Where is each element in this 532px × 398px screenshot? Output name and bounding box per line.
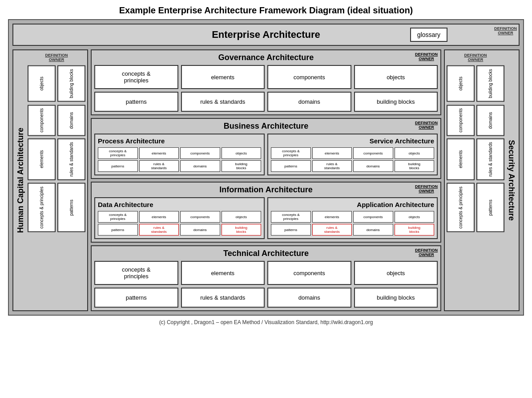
dat-4: patterns	[98, 224, 138, 236]
ea-bar-title: Enterprise Architecture	[212, 29, 320, 41]
right-row-1: objects building blocks	[447, 65, 504, 102]
svc-5: rules &standards	[312, 160, 352, 172]
proc-3: objects	[222, 147, 262, 159]
business-def-owner: DEFINITION OWNER	[415, 121, 438, 130]
app-3: objects	[395, 211, 435, 223]
svc-7: buildingblocks	[395, 160, 435, 172]
left-sidebar-label: Human Capital Architecture	[16, 128, 25, 233]
right-domains: domains	[476, 105, 504, 136]
app-6: domains	[353, 224, 393, 236]
left-domains: domains	[57, 105, 85, 136]
page-title: Example Enterprise Architecture Framewor…	[0, 0, 532, 19]
right-elements: elements	[447, 138, 475, 180]
dat-0: concepts &principles	[98, 211, 138, 223]
left-rules-standards: rules & standards	[57, 138, 85, 180]
svc-0: concepts &principles	[271, 147, 311, 159]
application-grid: concepts &principles elements components…	[271, 211, 434, 236]
left-concepts: concepts & principles	[28, 183, 56, 232]
data-title: Data Architecture	[98, 201, 261, 208]
left-row-2: components domains	[28, 105, 85, 136]
proc-0: concepts &principles	[98, 147, 138, 159]
left-row-1: objects building blocks	[28, 65, 85, 102]
governance-def-owner: DEFINITION OWNER	[415, 52, 438, 61]
right-row-4: concepts & principles patterns	[447, 183, 504, 232]
dat-6: domains	[180, 224, 220, 236]
svc-4: patterns	[271, 160, 311, 172]
app-2: components	[353, 211, 393, 223]
left-components: components	[28, 105, 56, 136]
left-building-blocks: building blocks	[57, 65, 85, 102]
governance-grid: concepts &principles elements components…	[94, 65, 438, 112]
content-area: Human Capital Architecture DEFINITION OW…	[12, 49, 520, 311]
technical-section: Technical Architecture DEFINITION OWNER …	[91, 245, 441, 311]
tech-cell-2: components	[267, 261, 351, 285]
ea-bar: Enterprise Architecture glossary DEFINIT…	[12, 24, 520, 46]
app-4: patterns	[271, 224, 311, 236]
process-grid: concepts &principles elements components…	[98, 147, 261, 172]
dat-3: objects	[222, 211, 262, 223]
right-rules-standards: rules & standards	[476, 138, 504, 180]
dat-7: buildingblocks	[222, 224, 262, 236]
tech-cell-1: elements	[181, 261, 265, 285]
information-section: Information Architecture DEFINITION OWNE…	[91, 182, 441, 243]
left-patterns: patterns	[57, 183, 85, 232]
service-grid: concepts &principles elements components…	[271, 147, 434, 172]
data-grid: concepts &principles elements components…	[98, 211, 261, 236]
svc-2: components	[353, 147, 393, 159]
left-row-4: concepts & principles patterns	[28, 183, 85, 232]
right-sidebar: Security Architecture DEFINITION OWNER o…	[444, 49, 520, 311]
tech-cell-3: objects	[354, 261, 438, 285]
business-section: Business Architecture DEFINITION OWNER P…	[91, 118, 441, 179]
right-row-2: components domains	[447, 105, 504, 136]
gov-cell-3: objects	[354, 65, 438, 89]
proc-2: components	[180, 147, 220, 159]
ea-def-owner: DEFINITION OWNER	[494, 26, 517, 35]
gov-cell-5: rules & standards	[181, 92, 265, 112]
application-title: Application Architecture	[271, 201, 434, 208]
glossary-box[interactable]: glossary	[410, 28, 447, 42]
service-arch: Service Architecture concepts &principle…	[267, 134, 438, 175]
proc-4: patterns	[98, 160, 138, 172]
technical-def-owner: DEFINITION OWNER	[415, 248, 438, 257]
proc-5: rules &standards	[139, 160, 179, 172]
application-arch: Application Architecture concepts &princ…	[267, 197, 438, 239]
proc-1: elements	[139, 147, 179, 159]
technical-grid: concepts &principles elements components…	[94, 261, 438, 308]
svc-6: domains	[353, 160, 393, 172]
process-title: Process Architecture	[98, 137, 261, 145]
app-7: buildingblocks	[395, 224, 435, 236]
footer: (c) Copyright , Dragon1 – open EA Method…	[159, 316, 373, 329]
left-objects: objects	[28, 65, 56, 102]
tech-cell-6: domains	[267, 288, 351, 308]
left-sidebar-content: DEFINITION OWNER objects building blocks…	[26, 50, 87, 310]
tech-cell-5: rules & standards	[181, 288, 265, 308]
svc-1: elements	[312, 147, 352, 159]
app-5: rules &standards	[312, 224, 352, 236]
business-inner: Process Architecture concepts &principle…	[94, 134, 438, 175]
tech-cell-0: concepts &principles	[94, 261, 178, 285]
right-sidebar-content: DEFINITION OWNER objects building blocks…	[445, 50, 506, 310]
right-components: components	[447, 105, 475, 136]
governance-title: Governance Architecture	[94, 53, 438, 62]
dat-2: components	[180, 211, 220, 223]
center-area: Governance Architecture DEFINITION OWNER…	[91, 49, 441, 311]
right-building-blocks: building blocks	[476, 65, 504, 102]
left-elements: elements	[28, 138, 56, 180]
gov-cell-4: patterns	[94, 92, 178, 112]
svc-3: objects	[395, 147, 435, 159]
right-def-owner: DEFINITION OWNER	[447, 53, 504, 62]
left-row-3: elements rules & standards	[28, 138, 85, 180]
gov-cell-0: concepts &principles	[94, 65, 178, 89]
data-arch: Data Architecture concepts &principles e…	[94, 197, 265, 239]
service-title: Service Architecture	[271, 137, 434, 145]
app-1: elements	[312, 211, 352, 223]
business-title: Business Architecture	[94, 122, 438, 131]
proc-7: buildingblocks	[222, 160, 262, 172]
right-sidebar-label: Security Architecture	[507, 140, 516, 220]
gov-cell-1: elements	[181, 65, 265, 89]
left-sidebar: Human Capital Architecture DEFINITION OW…	[12, 49, 88, 311]
main-frame: Enterprise Architecture glossary DEFINIT…	[8, 19, 524, 316]
right-row-3: elements rules & standards	[447, 138, 504, 180]
information-title: Information Architecture	[94, 185, 438, 195]
process-arch: Process Architecture concepts &principle…	[94, 134, 265, 175]
